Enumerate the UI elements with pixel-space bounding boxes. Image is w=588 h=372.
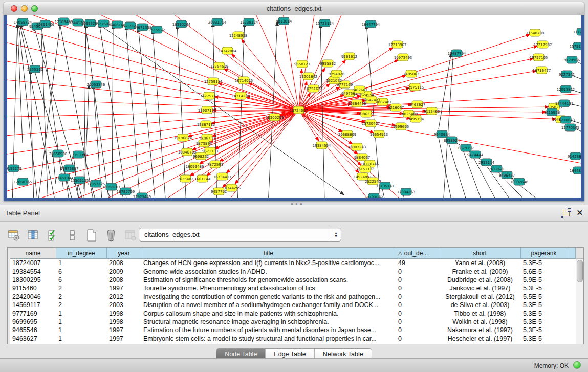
table-selector-dropdown[interactable]: citations_edges.txt ▲▼ xyxy=(139,228,341,242)
table-row[interactable]: 946554611997Estimation of the future num… xyxy=(10,326,576,334)
svg-text:6879197: 6879197 xyxy=(458,146,474,150)
cell-short: Jankovic et al. (1997) xyxy=(439,285,521,292)
select-rows-icon[interactable] xyxy=(46,229,59,242)
cell-short: Tibbo et al. (1998) xyxy=(439,310,521,317)
tab-node-table[interactable]: Node Table xyxy=(216,349,265,359)
cell-name: 18300295 xyxy=(10,276,56,283)
table-panel-body: f(x) citations_edges.txt ▲▼ namein_degre… xyxy=(0,222,588,358)
svg-text:16210643: 16210643 xyxy=(557,118,575,122)
svg-text:16151132: 16151132 xyxy=(356,167,375,171)
svg-text:15720407: 15720407 xyxy=(362,122,380,126)
cell-year: 2009 xyxy=(107,268,141,275)
cell-out_degree: 0 xyxy=(396,276,439,283)
cell-year: 2008 xyxy=(107,259,141,267)
svg-text:2935114: 2935114 xyxy=(478,161,495,165)
cell-name: 19384554 xyxy=(10,268,56,275)
cell-name: 14569117 xyxy=(10,301,56,309)
svg-text:8216067: 8216067 xyxy=(388,106,404,110)
column-header-pagerank[interactable]: pagerank xyxy=(521,248,567,259)
column-header-title[interactable]: title xyxy=(141,248,396,259)
table-panel-title: Table Panel xyxy=(5,209,40,217)
table-row[interactable]: 946362711997Embryonic stem cells: a mode… xyxy=(10,335,576,343)
cell-short: Yano et al. (2008) xyxy=(439,259,521,267)
svg-text:8496457: 8496457 xyxy=(499,173,515,178)
svg-text:9884067: 9884067 xyxy=(354,156,370,160)
table-row[interactable]: 977716911998Corpus callosum shape and si… xyxy=(10,309,576,317)
svg-text:14133063: 14133063 xyxy=(365,195,383,198)
column-header-out_degree[interactable]: △out_de... xyxy=(396,248,439,259)
cell-out_degree: 0 xyxy=(396,310,439,317)
svg-text:9495794: 9495794 xyxy=(408,117,424,121)
table-row[interactable]: 1830029562008Estimation of significance … xyxy=(10,276,576,284)
vertical-scrollbar[interactable] xyxy=(576,248,583,344)
svg-text:10975887: 10975887 xyxy=(60,167,79,171)
cell-out_degree: 0 xyxy=(396,268,439,275)
svg-text:16447794: 16447794 xyxy=(362,23,380,27)
column-header-short[interactable]: short xyxy=(439,248,521,259)
window-title: citations_edges.txt xyxy=(4,5,584,12)
table-rows: 1872400712008Changes of HCN gene express… xyxy=(10,259,576,343)
column-header-year[interactable]: year xyxy=(107,248,141,259)
network-graph-canvas[interactable]: 1872400712248938143420041275451912759114… xyxy=(7,15,581,198)
cell-short: Wolkin et al. (1998) xyxy=(439,318,521,325)
svg-text:12650365: 12650365 xyxy=(14,180,32,184)
sort-ascending-icon: △ xyxy=(398,250,402,256)
svg-text:9227341: 9227341 xyxy=(559,73,575,77)
new-table-icon[interactable] xyxy=(85,229,98,242)
pane-splitter[interactable]: ● ● ● xyxy=(0,201,588,205)
svg-text:9558127: 9558127 xyxy=(294,62,310,67)
svg-text:12770345: 12770345 xyxy=(561,126,580,130)
tab-edge-table[interactable]: Edge Table xyxy=(265,349,314,359)
svg-text:20650936: 20650936 xyxy=(49,152,68,156)
memory-status-icon xyxy=(573,361,581,369)
table-grid: namein_degreeyeartitle△out_de...shortpag… xyxy=(10,248,576,344)
svg-text:9463627: 9463627 xyxy=(409,103,425,107)
cell-title: Structural magnetic resonance image aver… xyxy=(141,318,396,325)
column-header-in_degree[interactable]: in_degree xyxy=(56,248,107,259)
cell-pagerank: 5.6E-5 xyxy=(521,268,567,275)
table-row[interactable]: 1456911722003Disruption of a novel membe… xyxy=(10,301,576,309)
cell-pagerank: 5.3E-5 xyxy=(521,310,567,317)
close-panel-icon[interactable]: ✕ xyxy=(576,208,583,217)
svg-text:13505135: 13505135 xyxy=(71,179,89,183)
svg-text:20364436: 20364436 xyxy=(348,102,366,106)
table-row[interactable]: 911546021997Tourette syndrome. Phenomeno… xyxy=(10,284,576,292)
cell-pagerank: 5.3E-5 xyxy=(521,335,567,342)
svg-text:9161612: 9161612 xyxy=(341,55,357,59)
column-header-_fill[interactable] xyxy=(567,248,576,259)
float-panel-icon[interactable] xyxy=(563,210,570,216)
table-panel-header: Table Panel ✕ xyxy=(0,205,588,222)
delete-table-icon[interactable] xyxy=(104,229,118,242)
svg-text:12975115: 12975115 xyxy=(406,85,424,90)
table-row[interactable]: 2242004622012Investigating the contribut… xyxy=(10,293,576,301)
svg-text:16251672: 16251672 xyxy=(304,87,323,91)
scrollbar-thumb[interactable] xyxy=(577,260,583,282)
table-row[interactable]: 969969511998Structural magnetic resonanc… xyxy=(10,318,576,326)
tab-network-table[interactable]: Network Table xyxy=(314,349,372,359)
window-titlebar[interactable]: citations_edges.txt xyxy=(4,2,584,15)
cell-year: 2008 xyxy=(107,276,141,283)
stacked-cells-icon[interactable] xyxy=(66,229,79,242)
svg-text:9115460: 9115460 xyxy=(424,110,440,114)
svg-text:8215958: 8215958 xyxy=(544,111,560,115)
column-header-name[interactable]: name xyxy=(10,248,56,259)
svg-text:12754519: 12754519 xyxy=(210,64,229,69)
cell-year: 1997 xyxy=(107,326,141,334)
cell-name: 9115460 xyxy=(10,285,56,292)
svg-text:12759114: 12759114 xyxy=(204,80,223,84)
svg-text:11127342: 11127342 xyxy=(573,30,581,34)
svg-text:20931714: 20931714 xyxy=(208,20,227,25)
svg-text:9474444: 9474444 xyxy=(467,153,484,157)
table-columns-icon[interactable] xyxy=(27,229,40,242)
table-settings-icon[interactable] xyxy=(7,229,20,242)
svg-text:9129966: 9129966 xyxy=(564,58,580,62)
svg-text:18300295: 18300295 xyxy=(266,116,284,120)
cell-title: Genome-wide association studies in ADHD. xyxy=(141,268,396,275)
svg-text:17353993: 17353993 xyxy=(70,153,88,157)
svg-text:10046788: 10046788 xyxy=(178,150,197,155)
table-row[interactable]: 1938455462009Genome-wide association stu… xyxy=(10,267,576,275)
svg-text:9142363: 9142363 xyxy=(568,155,581,159)
table-row[interactable]: 1872400712008Changes of HCN gene express… xyxy=(10,259,576,267)
cell-year: 1997 xyxy=(107,335,141,342)
cell-out_degree: 0 xyxy=(396,301,439,309)
